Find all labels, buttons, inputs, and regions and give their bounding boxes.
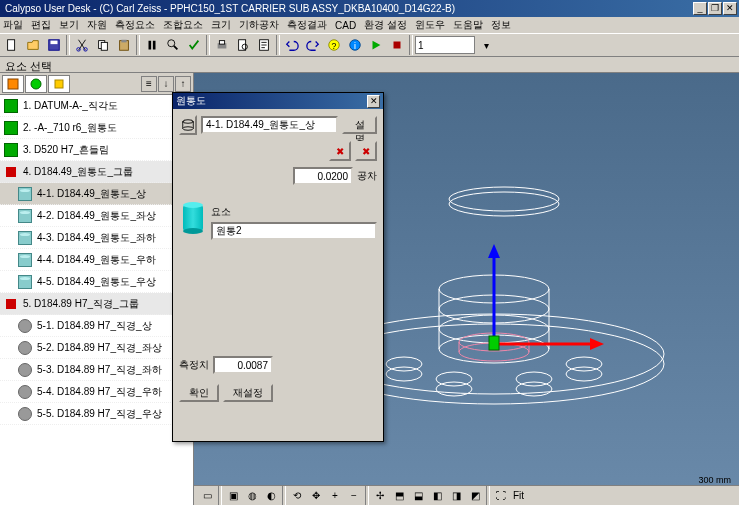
dialog-ok-button[interactable]: 확인 (179, 384, 219, 402)
vt-iso[interactable]: ◨ (447, 488, 465, 504)
cyl-icon (16, 251, 34, 269)
menubar: 파일 편집 보기 자원 측정요소 조합요소 크기 기하공차 측정결과 CAD 환… (0, 17, 739, 33)
tree-item[interactable]: 5-2. D184.89 H7_직경_좌상 (0, 337, 193, 359)
tool-help[interactable]: ? (324, 35, 344, 55)
vt-front[interactable]: ⬓ (409, 488, 427, 504)
menu-tool[interactable]: 기하공차 (239, 18, 279, 32)
tree-item-label: 1. DATUM-A-_직각도 (23, 99, 118, 113)
dialog-reset-button[interactable]: 재설정 (223, 384, 273, 402)
menu-result[interactable]: 측정결과 (287, 18, 327, 32)
tool-report[interactable] (254, 35, 274, 55)
tool-open[interactable] (23, 35, 43, 55)
gray-icon (16, 339, 34, 357)
maximize-button[interactable]: ❐ (708, 2, 722, 15)
tool-save[interactable] (44, 35, 64, 55)
close-button[interactable]: ✕ (723, 2, 737, 15)
svg-point-26 (386, 357, 422, 371)
toolbar-number-input[interactable] (415, 36, 475, 54)
tool-print[interactable] (212, 35, 232, 55)
tool-replace[interactable] (163, 35, 183, 55)
svg-point-40 (449, 187, 559, 211)
tree-item[interactable]: 1. DATUM-A-_직각도 (0, 95, 193, 117)
tool-info[interactable]: i (345, 35, 365, 55)
sidebar-tab-3[interactable] (48, 75, 70, 93)
tree-item[interactable]: 5-4. D184.89 H7_직경_우하 (0, 381, 193, 403)
tool-run[interactable] (366, 35, 386, 55)
vt-side[interactable]: ◧ (428, 488, 446, 504)
vt-move[interactable]: ✢ (371, 488, 389, 504)
sidebar-tab-2[interactable] (25, 75, 47, 93)
tool-undo[interactable] (282, 35, 302, 55)
tolerance-label: 공차 (357, 169, 377, 183)
green-icon (2, 119, 20, 137)
tool-check[interactable] (184, 35, 204, 55)
tree-item[interactable]: 4-3. D184.49_원통도_좌하 (0, 227, 193, 249)
tree-item[interactable]: 3. D520 H7_흔들림 (0, 139, 193, 161)
toolbar-dropdown[interactable]: ▾ (476, 35, 496, 55)
vt-fit-icon[interactable]: ⛶ (492, 488, 510, 504)
sidebar-list-icon[interactable]: ≡ (141, 76, 157, 92)
tolerance-input[interactable] (293, 167, 353, 185)
tool-redo[interactable] (303, 35, 323, 55)
tree-item[interactable]: 4-4. D184.49_원통도_우하 (0, 249, 193, 271)
dialog-titlebar[interactable]: 원통도 ✕ (173, 93, 383, 109)
dialog-desc-button[interactable]: 설명 (342, 116, 377, 134)
tree-item[interactable]: 2. -A-_710 r6_원통도 (0, 117, 193, 139)
menu-info[interactable]: 정보 (491, 18, 511, 32)
svg-rect-11 (219, 41, 224, 45)
menu-env[interactable]: 환경 설정 (364, 18, 407, 32)
dialog-delete2-icon[interactable]: ✖ (355, 141, 377, 161)
menu-assemble[interactable]: 조합요소 (163, 18, 203, 32)
minimize-button[interactable]: _ (693, 2, 707, 15)
vt-persp[interactable]: ◩ (466, 488, 484, 504)
menu-cad[interactable]: CAD (335, 20, 356, 31)
vt-top[interactable]: ⬒ (390, 488, 408, 504)
vt-zoomin[interactable]: + (326, 488, 344, 504)
tool-new[interactable] (2, 35, 22, 55)
element-input[interactable] (211, 222, 377, 240)
tree-item[interactable]: 5. D184.89 H7_직경_그룹 (0, 293, 193, 315)
dialog-close[interactable]: ✕ (367, 95, 380, 108)
svg-rect-12 (239, 40, 246, 51)
menu-edit[interactable]: 편집 (31, 18, 51, 32)
svg-point-30 (516, 372, 552, 386)
tool-copy[interactable] (93, 35, 113, 55)
vt-pan[interactable]: ✥ (307, 488, 325, 504)
menu-resource[interactable]: 자원 (87, 18, 107, 32)
vt-rotate[interactable]: ⟲ (288, 488, 306, 504)
tool-cut[interactable] (72, 35, 92, 55)
red-icon (2, 295, 20, 313)
tree-item[interactable]: 4-1. D184.49_원통도_상 (0, 183, 193, 205)
menu-view[interactable]: 보기 (59, 18, 79, 32)
dialog-name-input[interactable] (201, 116, 338, 134)
tree-item[interactable]: 4. D184.49_원통도_그룹 (0, 161, 193, 183)
sidebar-up-arrow[interactable]: ↑ (175, 76, 191, 92)
tool-find[interactable] (142, 35, 162, 55)
tree-item[interactable]: 5-1. D184.89 H7_직경_상 (0, 315, 193, 337)
sidebar-tab-1[interactable] (2, 75, 24, 93)
tree-item-label: 4-3. D184.49_원통도_좌하 (37, 231, 156, 245)
tree-item[interactable]: 4-2. D184.49_원통도_좌상 (0, 205, 193, 227)
menu-file[interactable]: 파일 (3, 18, 23, 32)
tree-item[interactable]: 4-5. D184.49_원통도_우상 (0, 271, 193, 293)
tree-item[interactable]: 5-5. D184.89 H7_직경_우상 (0, 403, 193, 425)
element-label: 요소 (211, 205, 377, 219)
measured-input[interactable] (213, 356, 273, 374)
menu-measure[interactable]: 측정요소 (115, 18, 155, 32)
vt-shade[interactable]: ◍ (243, 488, 261, 504)
svg-point-4 (84, 48, 88, 52)
tool-preview[interactable] (233, 35, 253, 55)
dialog-delete-icon[interactable]: ✖ (329, 141, 351, 161)
sidebar-down-arrow[interactable]: ↓ (158, 76, 174, 92)
tool-paste[interactable] (114, 35, 134, 55)
menu-help[interactable]: 도움말 (453, 18, 483, 32)
tree-item[interactable]: 5-3. D184.89 H7_직경_좌하 (0, 359, 193, 381)
vt-zoomout[interactable]: − (345, 488, 363, 504)
cylindricity-icon[interactable] (179, 115, 197, 135)
menu-size[interactable]: 크기 (211, 18, 231, 32)
tool-stop[interactable] (387, 35, 407, 55)
vt-hidden[interactable]: ◐ (262, 488, 280, 504)
menu-window[interactable]: 윈도우 (415, 18, 445, 32)
vt-wire[interactable]: ▣ (224, 488, 242, 504)
vt-select[interactable]: ▭ (198, 488, 216, 504)
